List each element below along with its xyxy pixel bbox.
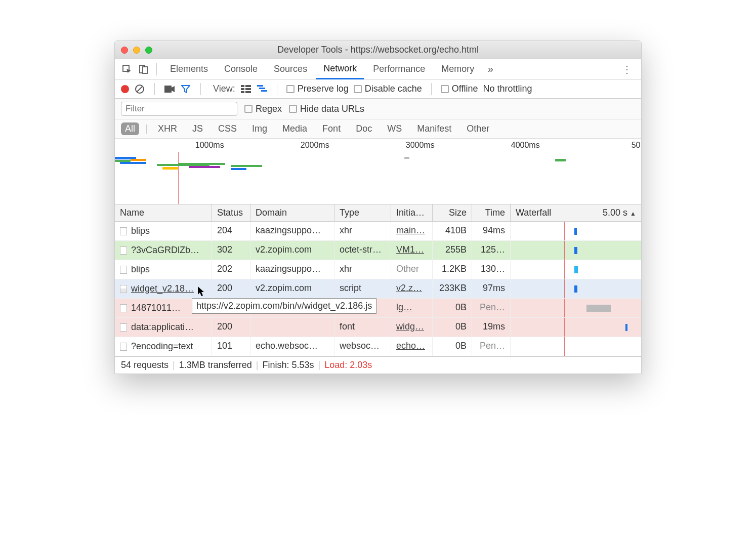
summary-bar: 54 requests | 1.3MB transferred | Finish…: [115, 356, 641, 374]
svg-rect-13: [259, 88, 265, 89]
type-filter-row: All XHR JS CSS Img Media Font Doc WS Man…: [115, 119, 641, 139]
col-time[interactable]: Time: [472, 204, 511, 221]
cell-type: font: [334, 318, 391, 337]
filter-css[interactable]: CSS: [214, 122, 241, 135]
network-toolbar: View: Preserve log Disable cache Offline…: [115, 79, 641, 99]
tab-network[interactable]: Network: [316, 59, 364, 79]
filter-img[interactable]: Img: [248, 122, 271, 135]
cell-type: websoc…: [334, 337, 391, 356]
throttling-select[interactable]: No throttling: [483, 84, 532, 94]
cell-status: 200: [212, 318, 250, 337]
filter-xhr[interactable]: XHR: [154, 122, 181, 135]
col-domain[interactable]: Domain: [250, 204, 334, 221]
cell-initiator[interactable]: widg…: [391, 318, 433, 337]
record-button[interactable]: [121, 85, 129, 93]
cell-status: 101: [212, 337, 250, 356]
cell-type: script: [334, 279, 391, 298]
cell-initiator[interactable]: lg…: [391, 299, 433, 317]
filter-doc[interactable]: Doc: [352, 122, 376, 135]
camera-icon[interactable]: [164, 84, 175, 95]
col-initiator[interactable]: Initia…: [391, 204, 433, 221]
request-row[interactable]: blips202kaazingsuppo…xhrOther1.2KB130…: [115, 260, 641, 279]
col-waterfall[interactable]: Waterfall5.00 s ▲: [511, 204, 641, 221]
tab-console[interactable]: Console: [217, 59, 265, 79]
timeline-overview[interactable]: 1000ms 2000ms 3000ms 4000ms 50: [115, 139, 641, 204]
cell-initiator[interactable]: VM1…: [391, 241, 433, 260]
filter-font[interactable]: Font: [318, 122, 345, 135]
col-name[interactable]: Name: [115, 204, 212, 221]
separator: [431, 83, 432, 95]
request-row[interactable]: widget_v2.18…200v2.zopim.comscriptv2.z…2…: [115, 279, 641, 299]
cell-status: 202: [212, 260, 250, 279]
tick-label: 50: [632, 141, 641, 150]
filter-media[interactable]: Media: [278, 122, 311, 135]
svg-line-4: [137, 87, 142, 92]
cell-initiator[interactable]: Other: [391, 260, 433, 279]
cell-time: Pen…: [472, 337, 511, 356]
file-icon: [120, 246, 127, 255]
cell-initiator[interactable]: echo…: [391, 337, 433, 356]
filter-icon[interactable]: [180, 84, 191, 95]
large-rows-icon[interactable]: [240, 84, 251, 95]
filter-all[interactable]: All: [121, 122, 139, 135]
cell-initiator[interactable]: main…: [391, 222, 433, 240]
clear-button[interactable]: [134, 84, 145, 95]
cell-waterfall: [511, 337, 641, 356]
filter-ws[interactable]: WS: [383, 122, 406, 135]
svg-rect-8: [241, 88, 244, 90]
hide-data-urls-checkbox[interactable]: Hide data URLs: [289, 104, 364, 114]
request-row[interactable]: data:applicati…200fontwidg…0B19ms: [115, 318, 641, 337]
request-name: widget_v2.18…: [131, 283, 194, 294]
kebab-menu-icon[interactable]: ⋮: [618, 63, 636, 75]
col-size[interactable]: Size: [433, 204, 472, 221]
offline-label: Offline: [452, 84, 478, 94]
titlebar: Developer Tools - https://websocket.org/…: [115, 41, 641, 59]
hide-data-urls-label: Hide data URLs: [300, 104, 364, 114]
svg-rect-11: [245, 91, 251, 93]
cell-size: 410B: [433, 222, 472, 240]
file-icon: [120, 304, 127, 312]
col-type[interactable]: Type: [334, 204, 391, 221]
cell-time: 130…: [472, 260, 511, 279]
cell-type: xhr: [334, 222, 391, 240]
tab-performance[interactable]: Performance: [366, 59, 432, 79]
request-row[interactable]: ?3vCaGRDlZb…302v2.zopim.comoctet-str…VM1…: [115, 241, 641, 260]
separator: [154, 83, 155, 95]
inspect-element-icon[interactable]: [120, 62, 134, 76]
disable-cache-checkbox[interactable]: Disable cache: [354, 84, 422, 94]
cell-size: 0B: [433, 337, 472, 356]
offline-checkbox[interactable]: Offline: [441, 84, 478, 94]
cell-size: 233KB: [433, 279, 472, 298]
cell-type: octet-str…: [334, 241, 391, 260]
cell-domain: v2.zopim.com: [250, 241, 334, 260]
tab-memory[interactable]: Memory: [434, 59, 481, 79]
regex-checkbox[interactable]: Regex: [244, 104, 282, 114]
request-name: ?3vCaGRDlZb…: [131, 245, 199, 256]
cell-domain: [250, 318, 334, 337]
request-row[interactable]: blips204kaazingsuppo…xhrmain…410B94ms: [115, 222, 641, 241]
request-name: ?encoding=text: [131, 341, 193, 352]
cell-domain: v2.zopim.com: [250, 279, 334, 298]
cell-initiator[interactable]: v2.z…: [391, 279, 433, 298]
more-tabs-icon[interactable]: »: [483, 62, 497, 76]
tab-sources[interactable]: Sources: [267, 59, 314, 79]
cell-size: 255B: [433, 241, 472, 260]
col-status[interactable]: Status: [212, 204, 250, 221]
tick-label: 4000ms: [511, 141, 540, 150]
filter-input[interactable]: [121, 102, 237, 116]
cell-waterfall: [511, 260, 641, 279]
filter-other[interactable]: Other: [463, 122, 493, 135]
filter-js[interactable]: JS: [188, 122, 207, 135]
waterfall-view-icon[interactable]: [257, 84, 268, 95]
filter-manifest[interactable]: Manifest: [413, 122, 455, 135]
tab-elements[interactable]: Elements: [163, 59, 215, 79]
device-toggle-icon[interactable]: [136, 62, 150, 76]
cell-waterfall: [511, 318, 641, 337]
request-row[interactable]: ?encoding=text101echo.websoc…websoc…echo…: [115, 337, 641, 356]
preserve-log-checkbox[interactable]: Preserve log: [286, 84, 349, 94]
separator: [277, 83, 277, 95]
cursor-icon: [198, 286, 206, 297]
cell-status: 200: [212, 279, 250, 298]
cell-time: 94ms: [472, 222, 511, 240]
devtools-window: Developer Tools - https://websocket.org/…: [114, 40, 642, 374]
